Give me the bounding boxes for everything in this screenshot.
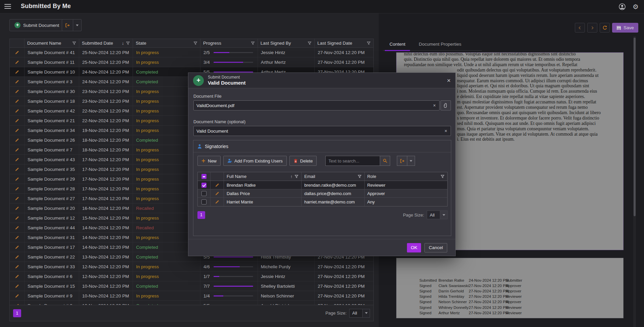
- page-size-select[interactable]: All: [349, 309, 370, 318]
- edit-document-button[interactable]: [13, 194, 21, 203]
- table-row[interactable]: Sample Document # 612-Nov-2024 12:20 PMI…: [10, 272, 373, 281]
- attach-file-button[interactable]: [441, 100, 451, 110]
- export-icon[interactable]: [397, 156, 407, 166]
- header-role[interactable]: Role: [365, 172, 447, 181]
- document-name-field[interactable]: ×: [193, 126, 451, 136]
- select-all-checkbox[interactable]: [201, 174, 206, 179]
- edit-document-button[interactable]: [13, 135, 21, 145]
- save-button[interactable]: Save: [612, 23, 638, 33]
- document-name-cell: Sample Document # 30: [25, 87, 79, 96]
- last-signed-by-cell: Arthur Mertz: [258, 57, 315, 67]
- filter-icon[interactable]: [367, 41, 371, 45]
- edit-document-button[interactable]: [13, 272, 21, 281]
- tab-content[interactable]: Content: [383, 40, 412, 50]
- edit-pencil-icon: [15, 255, 19, 259]
- tab-document-properties[interactable]: Document Properties: [412, 40, 468, 50]
- header-state[interactable]: State: [133, 39, 200, 47]
- table-row[interactable]: Sample Document # 1510-Nov-2024 12:20 PM…: [10, 281, 373, 291]
- edit-document-button[interactable]: [13, 262, 21, 271]
- edit-document-button[interactable]: [13, 155, 21, 164]
- export-options-dropdown[interactable]: [73, 19, 82, 31]
- edit-document-button[interactable]: [13, 242, 21, 252]
- page-number-button[interactable]: 1: [197, 211, 205, 219]
- filter-icon[interactable]: [308, 41, 312, 45]
- export-icon[interactable]: [62, 19, 73, 31]
- account-icon[interactable]: [618, 2, 627, 11]
- preview-scrollbar[interactable]: [633, 36, 636, 327]
- filter-icon[interactable]: [251, 41, 255, 45]
- document-name-input[interactable]: [196, 129, 444, 134]
- header-last-signed-date[interactable]: Last Signed Date: [315, 39, 373, 47]
- edit-document-button[interactable]: [13, 145, 21, 154]
- edit-document-button[interactable]: [13, 184, 21, 193]
- edit-document-button[interactable]: [13, 48, 21, 57]
- table-row[interactable]: Sample Document # 910-Nov-2024 12:20 PMI…: [10, 291, 373, 301]
- submit-document-button[interactable]: + Submit Document: [9, 19, 64, 31]
- edit-document-button[interactable]: [13, 281, 21, 291]
- table-row[interactable]: Sample Document # 3312-Nov-2024 12:20 PM…: [10, 262, 373, 272]
- delete-signatory-button[interactable]: Delete: [289, 156, 317, 166]
- signatory-row[interactable]: Harriet Manteharriet.mante@demo.comAny: [198, 198, 447, 206]
- filter-icon[interactable]: [294, 175, 298, 179]
- search-button[interactable]: [380, 156, 390, 166]
- edit-document-button[interactable]: [13, 203, 21, 213]
- clear-name-icon[interactable]: ×: [444, 128, 448, 134]
- signatory-row[interactable]: Brendan Ratkebrendan.ratke@demo.comRevie…: [198, 181, 447, 189]
- header-email[interactable]: Email: [302, 172, 364, 181]
- header-progress[interactable]: Progress: [200, 39, 258, 47]
- hamburger-menu-icon[interactable]: [4, 4, 11, 9]
- edit-signatory-button[interactable]: [213, 189, 221, 197]
- edit-document-button[interactable]: [13, 174, 21, 184]
- header-last-signed-by[interactable]: Last Signed By: [258, 39, 315, 47]
- edit-document-button[interactable]: [13, 165, 21, 174]
- cancel-button[interactable]: Cancel: [424, 243, 447, 252]
- edit-document-button[interactable]: [13, 252, 21, 262]
- scrollbar-thumb[interactable]: [634, 38, 636, 216]
- export-options-dropdown[interactable]: [407, 156, 415, 166]
- edit-document-button[interactable]: [13, 57, 21, 67]
- settings-gear-icon[interactable]: ⚙: [631, 2, 640, 11]
- row-checkbox[interactable]: [201, 191, 206, 196]
- document-name-cell: Sample Document # 3: [25, 77, 79, 86]
- signatory-row[interactable]: Dallas Pricedallas.price@demo.comApprove…: [198, 189, 447, 198]
- edit-signatory-button[interactable]: [213, 181, 221, 189]
- next-page-button[interactable]: [587, 23, 597, 33]
- ok-button[interactable]: OK: [407, 243, 421, 252]
- header-submitted-date[interactable]: Submitted Date ↓: [79, 39, 133, 47]
- edit-document-button[interactable]: [13, 116, 21, 125]
- filter-icon[interactable]: [441, 175, 445, 179]
- filter-icon[interactable]: [72, 41, 76, 45]
- edit-document-button[interactable]: [13, 77, 21, 86]
- signatory-search-input[interactable]: [325, 156, 380, 166]
- page-size-select[interactable]: All: [427, 211, 448, 219]
- previous-page-button[interactable]: [575, 23, 585, 33]
- filter-icon[interactable]: [358, 175, 362, 179]
- clear-file-icon[interactable]: ×: [432, 103, 436, 108]
- edit-document-button[interactable]: [13, 96, 21, 106]
- filter-icon[interactable]: [193, 41, 197, 45]
- filter-icon[interactable]: [126, 41, 130, 45]
- export-split-button: [62, 19, 82, 31]
- edit-document-button[interactable]: [13, 106, 21, 115]
- edit-signatory-button[interactable]: [213, 198, 221, 206]
- new-signatory-button[interactable]: New: [197, 156, 221, 166]
- row-checkbox[interactable]: [201, 199, 206, 204]
- close-icon[interactable]: ×: [447, 77, 451, 84]
- edit-document-button[interactable]: [13, 126, 21, 135]
- edit-document-button[interactable]: [13, 223, 21, 232]
- document-file-field[interactable]: ×: [193, 100, 440, 110]
- header-full-name[interactable]: Full Name ↑: [224, 172, 302, 181]
- refresh-button[interactable]: [600, 23, 610, 33]
- add-from-existing-users-button[interactable]: Add From Existing Users: [223, 156, 287, 166]
- edit-document-button[interactable]: [13, 291, 21, 300]
- edit-document-button[interactable]: [13, 233, 21, 242]
- edit-document-button[interactable]: [13, 67, 21, 77]
- document-file-input[interactable]: [196, 103, 432, 108]
- table-row[interactable]: Sample Document # 4125-Nov-2024 12:20 PM…: [10, 48, 373, 57]
- header-document-name[interactable]: Document Name: [25, 39, 79, 47]
- table-row[interactable]: Sample Document # 1125-Nov-2024 12:20 PM…: [10, 57, 373, 67]
- row-checkbox[interactable]: [201, 183, 206, 188]
- page-number-button[interactable]: 1: [13, 309, 21, 317]
- edit-document-button[interactable]: [13, 213, 21, 223]
- edit-document-button[interactable]: [13, 87, 21, 96]
